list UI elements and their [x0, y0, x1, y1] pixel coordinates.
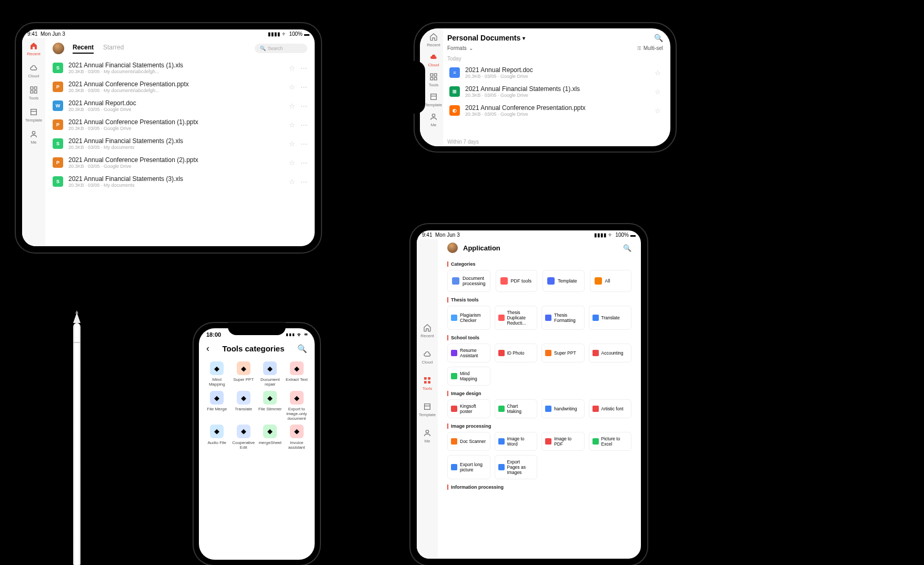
avatar[interactable] — [447, 243, 458, 253]
sidebar-item-tools[interactable]: Tools — [423, 376, 433, 391]
file-row[interactable]: ◐ 2021 Annual Conference Presentation.pp… — [447, 101, 663, 120]
avatar[interactable] — [53, 43, 64, 54]
tool-label: Invoice assistant — [284, 440, 310, 451]
star-icon[interactable]: ☆ — [655, 107, 661, 115]
tool-item[interactable]: ◆ Document repair — [257, 361, 283, 388]
search-icon[interactable]: 🔍 — [654, 34, 663, 42]
tool-item[interactable]: ◆ Translate — [231, 391, 257, 421]
search-icon[interactable]: 🔍 — [297, 344, 307, 354]
star-icon[interactable]: ☆ — [289, 178, 295, 186]
tool-card[interactable]: Thesis Formatting — [541, 306, 585, 330]
tab-starred[interactable]: Starred — [103, 44, 124, 54]
star-icon[interactable]: ☆ — [289, 121, 295, 129]
tool-item[interactable]: ◆ Export to image-only document — [284, 391, 310, 421]
file-row[interactable]: ≡ 2021 Annual Report.doc 20.3KB · 03/05 … — [447, 63, 663, 82]
tool-icon: ◆ — [263, 361, 277, 375]
star-icon[interactable]: ☆ — [289, 140, 295, 148]
svg-rect-14 — [424, 377, 427, 380]
tool-card[interactable]: Image to PDF — [541, 432, 585, 451]
file-row[interactable]: ⊞ 2021 Annual Financial Statements (1).x… — [447, 82, 663, 101]
tool-card[interactable]: Mind Mapping — [447, 367, 490, 386]
star-icon[interactable]: ☆ — [289, 64, 295, 72]
sidebar-item-tools[interactable]: Tools — [429, 73, 439, 87]
file-list[interactable]: S 2021 Annual Financial Statements (1).x… — [45, 58, 315, 246]
sidebar-item-template[interactable]: Template — [25, 108, 42, 123]
star-icon[interactable]: ☆ — [289, 102, 295, 110]
file-row[interactable]: S 2021 Annual Financial Statements (3).x… — [51, 172, 309, 191]
tab-recent[interactable]: Recent — [73, 44, 94, 54]
tool-item[interactable]: ◆ Extract Text — [284, 361, 310, 388]
sidebar-item-me[interactable]: Me — [29, 130, 38, 145]
back-button[interactable]: ‹ — [206, 343, 209, 354]
tool-card[interactable]: Artistic font — [589, 399, 632, 418]
sidebar-item-me[interactable]: Me — [429, 113, 438, 127]
tool-item[interactable]: ◆ Mind Mapping — [204, 361, 230, 388]
sidebar-item-recent[interactable]: Recent — [27, 42, 40, 56]
tool-card[interactable]: Super PPT — [541, 344, 585, 362]
formats-dropdown[interactable]: Formats ⌄ — [447, 45, 473, 51]
tool-card[interactable]: Image to Word — [495, 432, 538, 451]
multiselect-toggle[interactable]: ✓⃝ Multi-sel — [637, 45, 663, 51]
category-label: All — [605, 278, 610, 284]
tool-card[interactable]: Accounting — [589, 344, 632, 362]
file-row[interactable]: S 2021 Annual Financial Statements (2).x… — [51, 134, 309, 153]
sidebar-item-recent[interactable]: Recent — [420, 324, 434, 338]
tool-card[interactable]: Export long picture — [447, 455, 490, 479]
file-list[interactable]: ≡ 2021 Annual Report.doc 20.3KB · 03/05 … — [447, 63, 663, 137]
tabs: Recent Starred — [73, 44, 124, 54]
star-icon[interactable]: ☆ — [655, 69, 661, 77]
tool-card[interactable]: Resume Assistant — [447, 344, 490, 362]
file-row[interactable]: W 2021 Annual Report.doc 20.3KB · 03/05 … — [51, 96, 309, 115]
tool-card[interactable]: Thesis Duplicate Reducti... — [495, 306, 538, 330]
tool-card[interactable]: Picture to Excel — [589, 432, 632, 451]
file-row[interactable]: S 2021 Annual Financial Statements (1).x… — [51, 58, 309, 77]
star-icon[interactable]: ☆ — [289, 83, 295, 91]
more-icon[interactable]: ⋯ — [300, 159, 307, 167]
more-icon[interactable]: ⋯ — [300, 140, 307, 148]
star-icon[interactable]: ☆ — [289, 159, 295, 167]
category-card[interactable]: All — [590, 270, 632, 292]
tool-item[interactable]: ◆ Cooperative Edit — [231, 425, 257, 451]
file-name: 2021 Annual Financial Statements (1).xls — [465, 85, 649, 93]
search-input[interactable]: 🔍 Search — [255, 44, 307, 53]
tool-card[interactable]: Translate — [589, 306, 632, 330]
more-icon[interactable]: ⋯ — [300, 64, 307, 72]
tool-item[interactable]: ◆ File Merge — [204, 391, 230, 421]
page-title[interactable]: Personal Documents ▾ — [447, 34, 525, 42]
category-card[interactable]: PDF tools — [496, 270, 538, 292]
file-row[interactable]: P 2021 Annual Conference Presentation (2… — [51, 153, 309, 172]
tool-item[interactable]: ◆ mergeSheet — [257, 425, 283, 451]
category-card[interactable]: Template — [543, 270, 585, 292]
tool-item[interactable]: ◆ Super PPT — [231, 361, 257, 388]
tool-card[interactable]: handwriting — [541, 399, 585, 418]
sidebar-item-cloud[interactable]: Cloud — [428, 53, 439, 67]
sidebar-item-template[interactable]: Template — [425, 93, 442, 107]
tool-card[interactable]: Kingsoft poster — [447, 399, 490, 418]
sidebar-item-cloud[interactable]: Cloud — [422, 350, 433, 365]
sidebar-item-cloud[interactable]: Cloud — [28, 64, 39, 78]
home-icon — [429, 33, 438, 41]
tool-card[interactable]: Plagiarism Checker — [447, 306, 490, 330]
tool-item[interactable]: ◆ Audio File — [204, 425, 230, 451]
status-time: 9:41 — [27, 31, 37, 37]
more-icon[interactable]: ⋯ — [300, 178, 307, 186]
sidebar-item-tools[interactable]: Tools — [29, 86, 39, 100]
tool-card[interactable]: Export Pages as Images — [495, 455, 538, 479]
more-icon[interactable]: ⋯ — [300, 102, 307, 110]
tool-card[interactable]: Chart Making — [495, 399, 538, 418]
search-icon[interactable]: 🔍 — [623, 244, 631, 252]
more-icon[interactable]: ⋯ — [300, 121, 307, 129]
star-icon[interactable]: ☆ — [655, 88, 661, 96]
sidebar-item-recent[interactable]: Recent — [427, 33, 440, 47]
tool-card[interactable]: ID Photo — [495, 344, 538, 362]
file-row[interactable]: P 2021 Annual Conference Presentation (1… — [51, 115, 309, 134]
tool-card[interactable]: Doc Scanner — [447, 432, 490, 451]
more-icon[interactable]: ⋯ — [300, 83, 307, 91]
sidebar-item-me[interactable]: Me — [423, 429, 431, 443]
tool-item[interactable]: ◆ Invoice assistant — [284, 425, 310, 451]
category-card[interactable]: Document processing — [447, 270, 490, 292]
sidebar-item-template[interactable]: Template — [419, 402, 436, 417]
tool-item[interactable]: ◆ File Slimmer — [257, 391, 283, 421]
tool-label: File Slimmer — [258, 407, 282, 417]
file-row[interactable]: P 2021 Annual Conference Presentation.pp… — [51, 77, 309, 96]
